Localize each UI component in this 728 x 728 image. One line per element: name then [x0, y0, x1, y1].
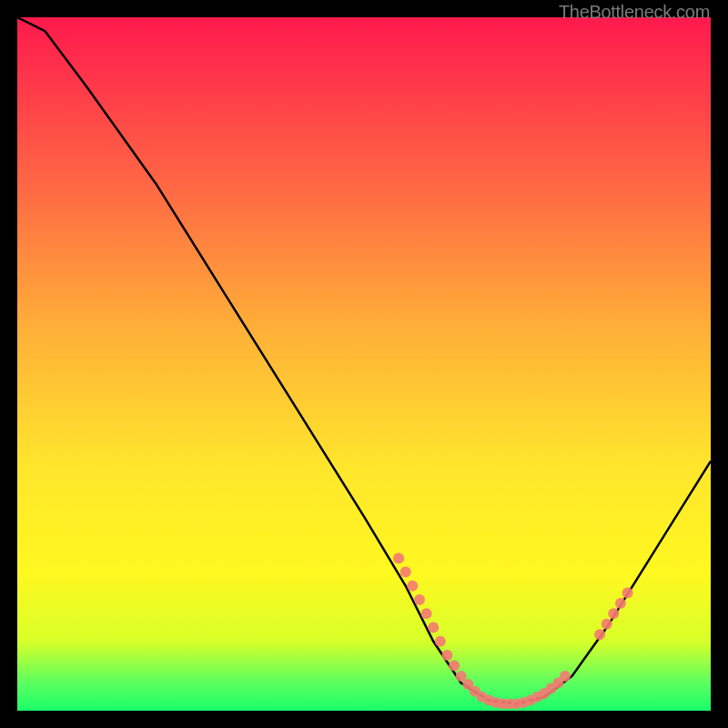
- data-point: [428, 622, 439, 633]
- chart-plot-area: [17, 17, 711, 711]
- data-point: [393, 552, 404, 563]
- data-point: [449, 661, 460, 672]
- data-points-group: [393, 552, 632, 709]
- data-point: [615, 598, 626, 609]
- data-point: [435, 636, 446, 647]
- data-point: [602, 619, 612, 630]
- data-point: [400, 567, 411, 578]
- data-point: [441, 650, 452, 661]
- chart-svg: [17, 17, 711, 711]
- data-point: [414, 594, 425, 605]
- data-point: [608, 608, 619, 619]
- data-point: [594, 629, 605, 640]
- attribution-text: TheBottleneck.com: [559, 2, 710, 23]
- data-point: [407, 581, 418, 592]
- bottleneck-curve: [17, 17, 711, 703]
- data-point: [560, 671, 571, 682]
- data-point: [622, 588, 633, 599]
- data-point: [421, 608, 432, 619]
